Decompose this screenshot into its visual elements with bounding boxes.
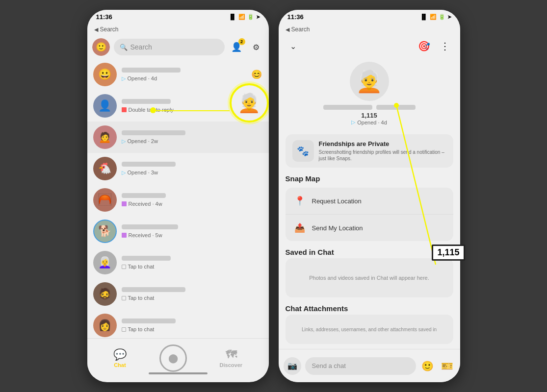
chevron-down-button[interactable]: ⌄ (287, 39, 300, 53)
more-options-button[interactable]: ⋮ (438, 39, 452, 53)
opened-status-text: Opened · 4d (357, 120, 387, 125)
chat-item[interactable]: 👩‍🦳 Tap to chat (87, 247, 269, 278)
snap-direction-icon: ▷ (122, 75, 126, 82)
left-status-time: 11:36 (96, 13, 112, 21)
avatar: 🧔 (93, 282, 117, 306)
chat-nav-label: Chat (114, 362, 126, 368)
chat-item[interactable]: 🦰 Received · 4w (87, 184, 269, 216)
profile-header: ⌄ 🎯 ⋮ (279, 35, 460, 57)
chat-item[interactable]: 👩 Tap to chat (87, 310, 269, 338)
chat-item[interactable]: 🐕 Received · 5w (87, 216, 269, 247)
signal-icon: ▐▌ (420, 14, 428, 20)
left-phone: 11:36 ▐▌ 📶 🔋 ➤ ◀ Search 🙂 🔍 Search (87, 10, 269, 382)
location-arrow-icon: ➤ (256, 14, 260, 20)
chat-item[interactable]: 🙍 ▷ Opened · 2w (87, 122, 269, 153)
right-status-icons: ▐▌ 📶 🔋 ➤ (420, 14, 451, 20)
search-input[interactable]: 🔍 Search (114, 39, 225, 55)
left-status-bar: 11:36 ▐▌ 📶 🔋 ➤ (87, 10, 269, 24)
emoji-button[interactable]: 🙂 (420, 358, 436, 374)
chat-name-blur (122, 162, 176, 167)
more-options-icon: ⋮ (440, 40, 450, 52)
chat-name-blur (122, 193, 166, 198)
chat-item[interactable]: 🧔 Tap to chat (87, 278, 269, 310)
chat-info: Received · 5w (122, 224, 263, 238)
send-location-option[interactable]: 📤 Send My Location (286, 215, 453, 241)
reaction-emoji: 😊 (251, 69, 262, 80)
snap-score-row: 1,115 (361, 112, 377, 119)
snap-map-section: Snap Map 📍 Request Location 📤 Send My Lo… (279, 171, 460, 241)
camera-icon: 📷 (287, 361, 297, 370)
chat-info: ▷ Opened · 2w (122, 130, 263, 145)
avatar: 😀 (93, 63, 117, 86)
chat-attachments-section: Chat Attachments Links, addresses, usern… (279, 300, 460, 347)
chat-name-blur (122, 224, 178, 229)
chat-info: Tap to chat (122, 256, 263, 270)
friend-badge: 2 (238, 38, 245, 45)
chat-name-blur (122, 256, 171, 261)
friendship-card: 🐾 Friendships are Private Screenshotting… (286, 134, 453, 168)
send-location-icon: 📤 (292, 220, 307, 235)
chat-status: Tap to chat (122, 295, 263, 301)
status-text: Received · 4w (129, 201, 162, 207)
status-text: Opened · 3w (128, 170, 158, 175)
score-value-display: 1,115 (361, 112, 377, 119)
friendship-description: Screenshotting friendship profiles will … (319, 149, 446, 162)
discover-nav-label: Discover (220, 362, 242, 368)
chat-nav-icon: 💬 (113, 348, 127, 361)
friendship-icon-box: 🐾 (292, 140, 314, 162)
avatar: 👩‍🦳 (93, 251, 117, 274)
display-name-blur (323, 105, 372, 110)
camera-button[interactable]: ⬤ (159, 344, 187, 372)
status-text: Tap to chat (128, 295, 155, 301)
chat-info: Tap to chat (122, 287, 263, 301)
snap-purple-icon (122, 201, 127, 206)
status-text: Opened · 2w (128, 138, 158, 144)
chat-camera-button[interactable]: 📷 (284, 357, 301, 375)
chat-status: ▷ Opened · 2w (122, 138, 263, 145)
avatar: 👤 (93, 94, 117, 118)
left-status-icons: ▐▌ 📶 🔋 ➤ (229, 14, 260, 20)
right-back-nav[interactable]: ◀ Search (279, 24, 460, 35)
avatar: 🐕 (93, 220, 117, 243)
sticker-button[interactable]: 🎫 (440, 358, 455, 374)
profile-name-row (323, 105, 416, 110)
left-back-label: Search (100, 26, 119, 33)
chat-info: Tap to chat (122, 318, 263, 332)
settings-button[interactable]: ⚙ (248, 39, 264, 55)
add-friend-button[interactable]: 👤 2 (229, 39, 244, 55)
signal-icon: ▐▌ (229, 14, 236, 20)
search-bar-row: 🙂 🔍 Search 👤 2 ⚙ (87, 35, 269, 59)
avatar: 👩 (93, 314, 117, 337)
right-phone: 11:36 ▐▌ 📶 🔋 ➤ ◀ Search ⌄ 🎯 ⋮ (279, 10, 460, 382)
status-text: Received · 5w (129, 232, 162, 238)
nav-item-discover[interactable]: 🗺 Discover (220, 348, 242, 368)
attachments-empty-text: Links, addresses, usernames, and other a… (302, 327, 437, 332)
snap-red-icon (122, 107, 127, 112)
chat-info: ▷ Opened · 3w (122, 162, 263, 176)
location-arrow-icon: ➤ (447, 14, 451, 20)
chat-item[interactable]: 🐔 ▷ Opened · 3w (87, 153, 269, 184)
wifi-icon: 📶 (238, 14, 245, 20)
request-location-option[interactable]: 📍 Request Location (286, 188, 453, 215)
send-location-label: Send My Location (312, 224, 363, 232)
chat-name-blur (122, 99, 171, 104)
nav-item-chat[interactable]: 💬 Chat (113, 348, 127, 368)
annotation-score-value: 1,115 (437, 247, 459, 257)
chat-status: Received · 4w (122, 201, 263, 207)
bitmoji-settings-icon: 🎯 (418, 40, 430, 52)
chat-status: ▷ Opened · 4d (122, 75, 263, 82)
bitmoji-settings-button[interactable]: 🎯 (417, 39, 432, 53)
avatar: 🦰 (93, 188, 117, 212)
snap-gray-icon (122, 296, 126, 300)
chat-name-blur (122, 318, 176, 323)
status-text: Tap to chat (128, 326, 155, 332)
search-icon: 🔍 (120, 44, 128, 51)
snap-gray-icon (122, 327, 126, 332)
chat-name-blur (122, 68, 181, 73)
chat-input-field[interactable]: Send a chat (305, 357, 416, 375)
chevron-down-icon: ⌄ (290, 42, 296, 51)
profile-avatar[interactable]: 🧑‍🦳 (350, 62, 389, 101)
my-avatar[interactable]: 🙂 (92, 38, 110, 56)
left-back-nav[interactable]: ◀ Search (87, 24, 269, 35)
snap-map-title: Snap Map (279, 171, 460, 185)
